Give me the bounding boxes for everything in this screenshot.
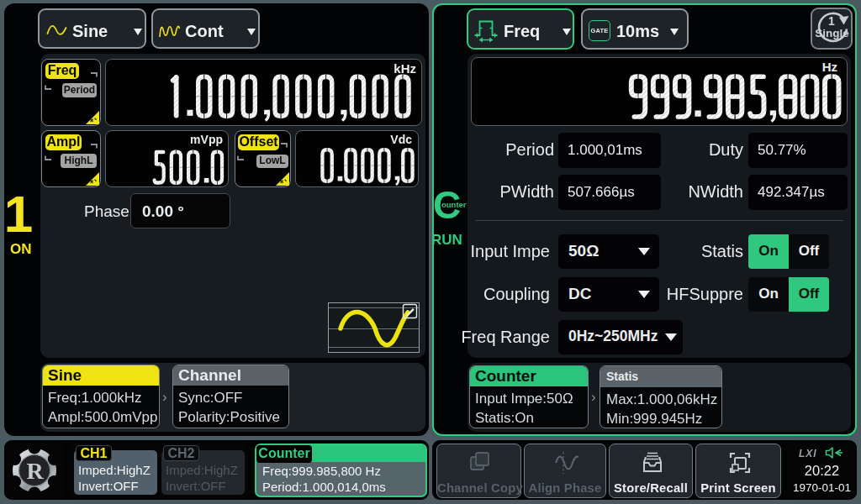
svg-text:1: 1 <box>828 14 835 28</box>
svg-text:Single: Single <box>815 27 849 39</box>
svg-text:R: R <box>26 458 44 484</box>
